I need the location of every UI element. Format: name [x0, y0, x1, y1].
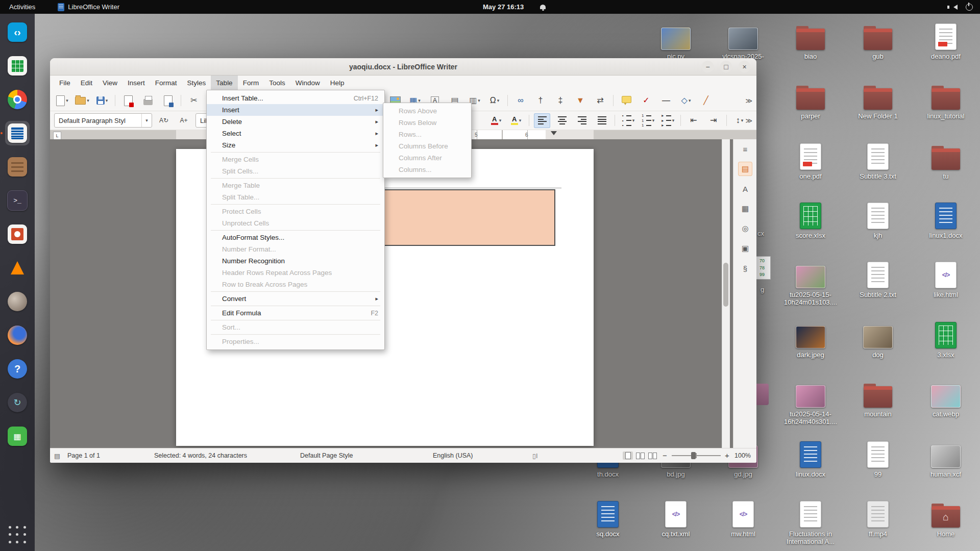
zoom-out-button[interactable]: −: [663, 451, 667, 460]
insert-endnote-button[interactable]: ‡: [552, 93, 569, 108]
desktop-icon-linux-tutorial[interactable]: linux_tutorial: [921, 83, 970, 120]
zoom-level[interactable]: 100%: [734, 452, 751, 459]
menu-form[interactable]: Form: [238, 76, 264, 90]
insert-special-character-button[interactable]: Ω▾: [486, 93, 503, 108]
dock-firefox[interactable]: [5, 323, 30, 347]
dock-vlc[interactable]: [5, 256, 30, 280]
book-view-button[interactable]: [647, 452, 657, 460]
dock-green-app[interactable]: ▦: [5, 424, 30, 448]
open-file-button[interactable]: ▾: [74, 93, 90, 108]
desktop-icon-kjh[interactable]: kjh: [853, 203, 902, 239]
menu-file[interactable]: File: [54, 76, 76, 90]
dropdown-arrow-icon[interactable]: ▾: [478, 98, 480, 103]
menu-styles[interactable]: Styles: [182, 76, 211, 90]
properties-deck-icon[interactable]: ▤: [738, 162, 752, 176]
clipped-desktop-label[interactable]: cx: [757, 230, 764, 237]
insert-cross-reference-button[interactable]: ⇄: [592, 93, 608, 108]
desktop-icon-one-pdf[interactable]: one.pdf: [786, 143, 835, 180]
dock-libreoffice-writer[interactable]: [5, 121, 30, 145]
close-button[interactable]: ×: [739, 61, 750, 72]
paragraph-style-dropdown-icon[interactable]: ▾: [141, 114, 152, 127]
multi-page-view-button[interactable]: [635, 452, 645, 460]
dropdown-arrow-icon[interactable]: ▾: [741, 118, 744, 123]
desktop-icon-fluctuations-in[interactable]: Fluctuations in International A...: [786, 501, 835, 545]
menu-item-number-recognition[interactable]: Number Recognition: [207, 255, 384, 267]
page-style[interactable]: Default Page Style: [300, 452, 353, 459]
menu-tools[interactable]: Tools: [264, 76, 290, 90]
menu-item-autoformat-styles[interactable]: AutoFormat Styles...: [207, 232, 384, 243]
toolbar-overflow-icon[interactable]: ≫: [745, 97, 752, 105]
insert-bookmark-button[interactable]: ▼: [572, 93, 589, 108]
menu-insert[interactable]: Insert: [122, 76, 150, 90]
desktop-icon-tu2025-05-15[interactable]: tu2025-05-15- 10h24m01s103....: [786, 262, 835, 306]
paragraph-style-combo[interactable]: Default Paragraph Styl ▾: [54, 113, 152, 128]
insert-footnote-button[interactable]: †: [532, 93, 549, 108]
menu-item-delete[interactable]: Delete▸: [207, 116, 384, 128]
desktop-icon-tu2025-05-14[interactable]: tu2025-05-14- 16h24m40s301....: [786, 381, 835, 425]
align-center-button[interactable]: [554, 113, 570, 128]
page-deck-icon[interactable]: ▣: [738, 241, 752, 256]
desktop-icon-like-html[interactable]: </>like.html: [921, 262, 970, 298]
increase-indent-button[interactable]: ⇥: [705, 113, 722, 128]
dropdown-arrow-icon[interactable]: ▾: [652, 118, 655, 123]
title-bar[interactable]: yaoqiu.docx - LibreOffice Writer − □ ×: [50, 58, 756, 76]
ordered-list-button[interactable]: 111▾: [640, 113, 656, 128]
update-style-button[interactable]: A↻: [156, 113, 172, 128]
show-draw-functions-button[interactable]: ╱: [698, 93, 714, 108]
focused-app-indicator[interactable]: LibreOffice Writer: [58, 3, 119, 11]
document-structure-icon[interactable]: ▤: [54, 452, 60, 460]
sidebar-settings-icon[interactable]: ≡: [738, 142, 752, 156]
clipped-desktop-label[interactable]: g: [761, 286, 764, 293]
desktop-icon-gub[interactable]: gub: [853, 23, 902, 60]
track-changes-button[interactable]: ✓: [638, 93, 654, 108]
clipped-spreadsheet-icon[interactable]: 707899: [754, 256, 771, 280]
scrollbar-thumb[interactable]: [723, 263, 728, 307]
desktop-icon-human-xcf[interactable]: human.xcf: [921, 441, 970, 478]
desktop-icon-new-folder-1[interactable]: New Folder 1: [853, 83, 902, 120]
desktop-icon-parper[interactable]: parper: [786, 83, 835, 120]
desktop-icon-linux1-docx[interactable]: linux1.docx: [921, 203, 970, 239]
dock-libreoffice-impress[interactable]: [5, 222, 30, 246]
basic-shapes-button[interactable]: ◇▾: [678, 93, 694, 108]
desktop-icon-score-xlsx[interactable]: score.xlsx: [786, 203, 835, 239]
desktop-icon-dog[interactable]: dog: [853, 322, 902, 359]
clock[interactable]: May 27 16:13: [483, 0, 524, 14]
dock-chrome[interactable]: [5, 87, 30, 112]
desktop-icon-home[interactable]: ⌂Home: [921, 501, 970, 538]
print-preview-button[interactable]: [160, 93, 176, 108]
dock-gimp[interactable]: [5, 289, 30, 314]
menu-item-insert[interactable]: Insert▸: [207, 104, 384, 116]
selection-mode-icon[interactable]: ▯I: [532, 452, 537, 460]
menu-format[interactable]: Format: [150, 76, 182, 90]
word-count[interactable]: Selected: 4 words, 24 characters: [154, 452, 247, 459]
dock-libreoffice-calc[interactable]: [5, 54, 30, 78]
page-count[interactable]: Page 1 of 1: [67, 452, 100, 459]
style-inspector-deck-icon[interactable]: §: [738, 261, 752, 276]
dock-terminal[interactable]: >_: [5, 188, 30, 213]
dropdown-arrow-icon[interactable]: ▾: [497, 98, 500, 103]
power-icon[interactable]: [966, 4, 973, 11]
desktop-icon-biao[interactable]: biao: [786, 23, 835, 60]
menu-item-edit-formula[interactable]: Edit FormulaF2: [207, 307, 384, 319]
dropdown-arrow-icon[interactable]: ▾: [66, 98, 68, 103]
dropdown-arrow-icon[interactable]: ▾: [106, 98, 108, 103]
menu-edit[interactable]: Edit: [76, 76, 97, 90]
new-document-button[interactable]: ▾: [54, 93, 70, 108]
desktop-icon-cat-webp[interactable]: cat.webp: [921, 381, 970, 418]
menu-window[interactable]: Window: [290, 76, 325, 90]
dropdown-arrow-icon[interactable]: ▾: [689, 98, 691, 103]
dropdown-arrow-icon[interactable]: ▾: [519, 118, 522, 123]
desktop-icon-deano-pdf[interactable]: deano.pdf: [921, 23, 970, 60]
desktop-icon-subtitle-2-txt[interactable]: Subtitle 2.txt: [853, 262, 902, 298]
desktop-icon-pic-pv[interactable]: pic.pv: [651, 23, 700, 60]
single-page-view-button[interactable]: [623, 452, 633, 460]
desktop-icon-sq-docx[interactable]: sq.docx: [583, 501, 632, 538]
dropdown-arrow-icon[interactable]: ▾: [632, 118, 635, 123]
menu-view[interactable]: View: [97, 76, 122, 90]
desktop-icon-mountain[interactable]: mountain: [853, 381, 902, 418]
cut-button[interactable]: ✂: [186, 93, 202, 108]
desktop-icon-subtitle-3-txt[interactable]: Subtitle 3.txt: [853, 143, 902, 180]
outline-list-button[interactable]: ▸▸▸▾: [659, 113, 676, 128]
highlighting-color-button[interactable]: A▾: [508, 113, 524, 128]
show-applications-button[interactable]: [7, 524, 28, 545]
